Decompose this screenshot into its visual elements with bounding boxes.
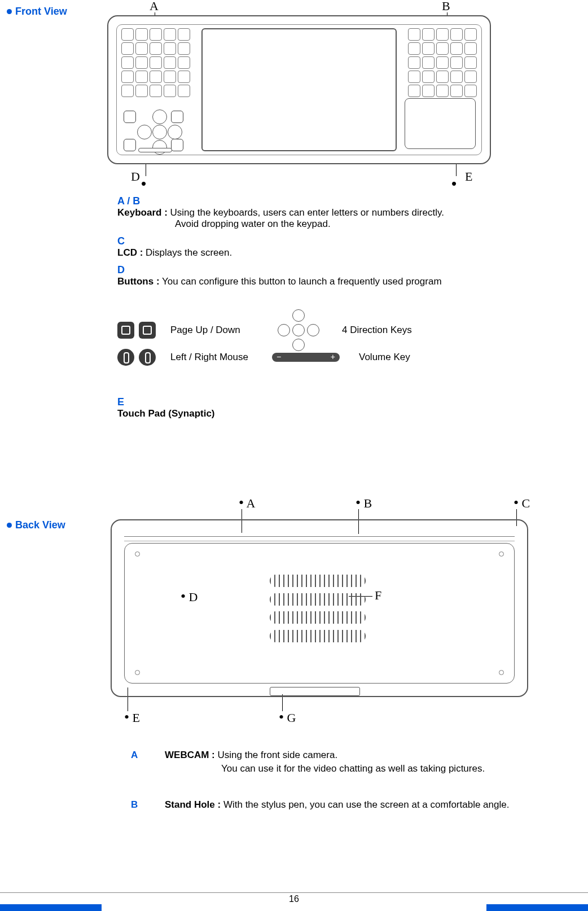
heading-c-front: C (117, 235, 444, 247)
back-def-a: A WEBCAM : Using the front side camera. … (131, 750, 485, 774)
back-device-diagram (111, 519, 528, 697)
volume-bar-icon (138, 148, 172, 152)
heading-ab: A / B (117, 195, 444, 207)
desc-ab: Keyboard : Using the keyboards, users ca… (117, 207, 444, 218)
page-down-icon (139, 322, 156, 339)
heading-d-front: D (117, 264, 444, 276)
footer-bar-right (486, 904, 588, 911)
back-def-b: B Stand Hole : With the stylus pen, you … (131, 799, 509, 811)
callout-label-b-front: B (442, 0, 450, 14)
callout-label-d-front: D (131, 169, 140, 184)
direction-keys-icon (278, 309, 319, 351)
desc-ab-line2: Avoid dropping water on the keypad. (175, 218, 444, 230)
footer-line (0, 892, 588, 893)
front-device-diagram (107, 15, 491, 164)
label-mouse: Left / Right Mouse (170, 352, 272, 363)
page-up-button-icon (124, 111, 136, 123)
left-mouse-button-icon (124, 139, 136, 151)
right-mouse-icon (139, 349, 156, 366)
callout-label-a-front: A (150, 0, 159, 14)
volume-key-icon (272, 353, 340, 362)
callout-label-e-front: E (465, 169, 472, 184)
touchpad (405, 98, 476, 149)
lcd-screen (201, 28, 397, 151)
left-mouse-icon (117, 349, 134, 366)
callout-label-e-back: • E (124, 709, 140, 726)
desc-e: Touch Pad (Synaptic) (117, 408, 215, 419)
front-view-heading: Front View (7, 6, 67, 17)
page-up-icon (117, 322, 134, 339)
desc-c: LCD : Displays the screen. (117, 247, 444, 259)
back-view-heading: Back View (7, 519, 65, 531)
footer-bar-left (0, 904, 102, 911)
label-vol: Volume Key (359, 352, 410, 363)
label-dir: 4 Direction Keys (342, 325, 412, 336)
keyboard-left (121, 28, 190, 97)
desc-d: Buttons : You can configure this button … (117, 276, 444, 287)
label-page: Page Up / Down (170, 325, 278, 336)
heading-e-front: E (117, 396, 215, 408)
keyboard-right (408, 28, 477, 97)
vent-icon (270, 575, 366, 642)
callout-label-g-back: • G (279, 709, 296, 726)
hinge-icon (270, 687, 360, 696)
page-number: 16 (0, 894, 588, 904)
